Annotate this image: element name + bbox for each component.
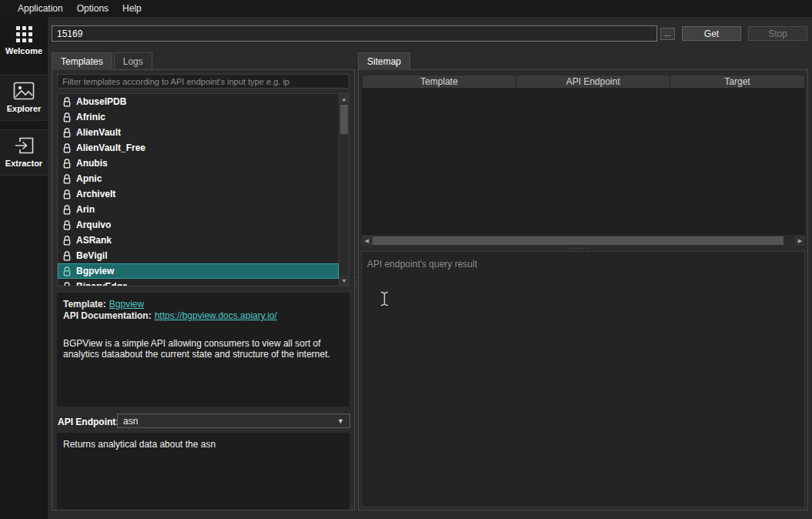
template-name: Apnic [76, 173, 102, 184]
scroll-right-icon[interactable]: ▶ [795, 236, 805, 246]
query-result-placeholder: API endpoint's query result [367, 259, 477, 270]
sitemap-panel: Template API Endpoint Target ◀ ▶ ····· A… [358, 69, 808, 511]
template-description: BGPView is a simple API allowing consume… [63, 338, 343, 360]
scroll-left-icon[interactable]: ◀ [362, 236, 372, 246]
unlock-icon [63, 97, 71, 107]
query-result-area[interactable]: API endpoint's query result [361, 251, 805, 507]
template-row-alienvault[interactable]: AlienVault [58, 125, 339, 140]
templates-panel: AbuseIPDBAfrinicAlienVaultAlienVault_Fre… [52, 69, 355, 511]
unlock-icon [63, 128, 71, 138]
template-name: Anubis [76, 158, 108, 169]
template-row-bgpview[interactable]: Bgpview [58, 263, 339, 279]
stop-button[interactable]: Stop [748, 26, 807, 41]
doc-info-line: API Documentation:https://bgpview.docs.a… [63, 310, 343, 321]
unlock-icon [63, 143, 71, 153]
scrollbar-thumb[interactable] [340, 105, 348, 134]
template-list-rows: AbuseIPDBAfrinicAlienVaultAlienVault_Fre… [58, 94, 339, 286]
template-name: AlienVault_Free [76, 142, 145, 153]
text-cursor-icon [380, 291, 389, 306]
template-name: ArchiveIt [76, 189, 115, 199]
unlock-icon [63, 205, 71, 215]
template-row-alienvault_free[interactable]: AlienVault_Free [58, 140, 339, 156]
endpoint-description-box: Returns analytical data about the asn [57, 433, 349, 510]
menu-item-application[interactable]: Application [11, 1, 70, 16]
doc-label: API Documentation: [63, 310, 152, 321]
template-row-anubis[interactable]: Anubis [58, 156, 339, 171]
endpoint-description-text: Returns analytical data about the asn [63, 439, 216, 450]
sidebar-item-welcome[interactable]: Welcome [0, 26, 48, 55]
menubar-items: ApplicationOptionsHelp [11, 1, 149, 16]
api-endpoint-label: API Endpoint: [58, 417, 119, 427]
unlock-icon [63, 174, 71, 184]
template-name: BeVigil [76, 250, 107, 261]
scroll-down-icon[interactable]: ▼ [339, 276, 349, 286]
template-info-box: Template:Bgpview API Documentation:https… [57, 293, 349, 407]
extract-icon [14, 136, 35, 155]
template-row-abuseipdb[interactable]: AbuseIPDB [58, 94, 339, 109]
api-endpoint-select[interactable]: asn ▼ [117, 414, 350, 428]
unlock-icon [63, 159, 71, 169]
unlock-icon [63, 112, 71, 122]
template-filter-input[interactable] [57, 74, 349, 89]
sidebar-item-label: Extractor [0, 159, 48, 168]
unlock-icon [63, 220, 71, 230]
column-header-target[interactable]: Target [670, 75, 804, 88]
sidebar: Welcome Explorer Extractor [0, 17, 48, 519]
template-row-arquivo[interactable]: Arquivo [58, 217, 339, 233]
tab-sitemap[interactable]: Sitemap [358, 52, 410, 70]
column-header-api-endpoint[interactable]: API Endpoint [516, 75, 670, 88]
grid-icon [16, 26, 32, 42]
template-name: AbuseIPDB [76, 96, 126, 107]
template-label: Template: [63, 299, 106, 310]
sidebar-item-label: Explorer [0, 104, 48, 113]
sidebar-item-label: Welcome [0, 46, 48, 55]
template-name: Bgpview [76, 266, 114, 276]
sidebar-item-explorer[interactable]: Explorer [0, 75, 48, 121]
vertical-scrollbar[interactable]: ▲ ▼ [339, 94, 349, 286]
unlock-icon [63, 266, 71, 276]
template-row-afrinic[interactable]: Afrinic [58, 109, 339, 125]
template-name: ASRank [76, 235, 112, 246]
splitter-handle-icon[interactable]: ····· [359, 246, 802, 250]
scroll-up-icon[interactable]: ▲ [339, 94, 349, 104]
template-name: AlienVault [76, 127, 121, 138]
api-endpoint-value: asn [123, 416, 138, 427]
tab-logs[interactable]: Logs [114, 52, 152, 69]
menubar: ApplicationOptionsHelp [0, 0, 812, 17]
template-info-line: Template:Bgpview [63, 299, 343, 310]
template-row-arin[interactable]: Arin [58, 202, 339, 217]
column-header-template[interactable]: Template [363, 75, 516, 88]
template-row-bevigil[interactable]: BeVigil [58, 248, 339, 263]
sitemap-table-body[interactable] [362, 89, 805, 235]
get-button[interactable]: Get [682, 26, 741, 41]
browse-button[interactable]: ... [660, 28, 675, 40]
template-name: Afrinic [76, 112, 105, 122]
doc-link[interactable]: https://bgpview.docs.apiary.io/ [155, 310, 277, 321]
template-name: Arin [76, 204, 95, 215]
template-row-asrank[interactable]: ASRank [58, 233, 339, 248]
unlock-icon [63, 251, 71, 261]
template-link[interactable]: Bgpview [109, 299, 144, 310]
unlock-icon [63, 189, 71, 199]
menu-item-help[interactable]: Help [115, 1, 149, 16]
left-tabbar: Templates Logs [52, 52, 154, 69]
template-name: Arquivo [76, 219, 111, 230]
template-list: AbuseIPDBAfrinicAlienVaultAlienVault_Fre… [57, 93, 349, 286]
image-icon [13, 82, 35, 100]
sidebar-item-extractor[interactable]: Extractor [0, 129, 48, 176]
unlock-icon [63, 282, 71, 287]
chevron-down-icon: ▼ [337, 417, 344, 425]
right-tabbar: Sitemap [358, 52, 412, 69]
menu-item-options[interactable]: Options [70, 1, 115, 16]
tab-templates[interactable]: Templates [52, 52, 112, 70]
template-row-apnic[interactable]: Apnic [58, 171, 339, 186]
template-row-archiveit[interactable]: ArchiveIt [58, 186, 339, 202]
sitemap-table-header: Template API Endpoint Target [362, 75, 805, 89]
template-row-binaryedge[interactable]: BinaryEdge [58, 279, 339, 286]
template-name: BinaryEdge [76, 281, 128, 286]
unlock-icon [63, 236, 71, 246]
app-window: ApplicationOptionsHelp Welcome Explorer … [0, 0, 812, 519]
target-input[interactable] [52, 25, 657, 42]
